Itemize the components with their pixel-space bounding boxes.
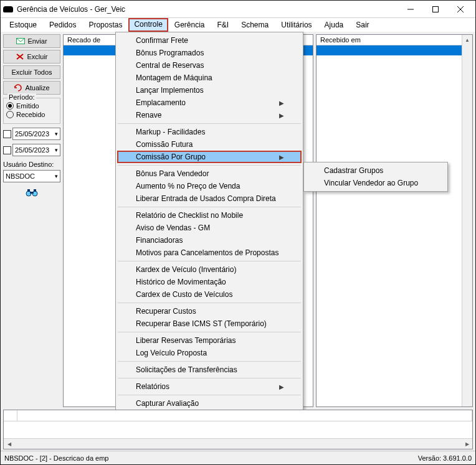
chevron-down-icon: ▾: [55, 147, 58, 153]
search-button[interactable]: [25, 188, 39, 199]
menu-item-label: Bônus Para Vendedor: [136, 169, 209, 178]
close-button[interactable]: [448, 1, 473, 17]
left-panel: Enviar Excluir Excluir Todos Atualize Pe…: [1, 32, 63, 410]
menu-item[interactable]: Lançar Implementos: [117, 84, 302, 96]
excluir-todos-button[interactable]: Excluir Todos: [3, 65, 60, 79]
menu-separator: [118, 261, 301, 261]
menu-gerncia[interactable]: Gerência: [168, 18, 211, 32]
menu-item[interactable]: Cardex de Custo de Veículos: [117, 288, 302, 301]
date2-input[interactable]: 25/05/2023 ▾: [12, 144, 60, 156]
date1-checkbox[interactable]: [3, 130, 11, 138]
menu-item[interactable]: Log Veículo Proposta: [117, 347, 302, 359]
menu-item[interactable]: Capturar Avaliação: [117, 397, 302, 410]
menu-item[interactable]: Renave▶: [117, 109, 302, 121]
scroll-up-icon[interactable]: ▲: [462, 35, 472, 45]
menu-estoque[interactable]: Estoque: [3, 18, 43, 32]
menu-item[interactable]: Liberar Reservas Temporárias: [117, 334, 302, 347]
menu-item[interactable]: Bônus Programados: [117, 47, 302, 59]
radio-recebido-label: Recebido: [16, 111, 45, 118]
menu-separator: [118, 332, 301, 332]
menu-item-label: Liberar Reservas Temporárias: [136, 336, 236, 345]
bottom-grid[interactable]: ◀ ▶: [3, 410, 473, 449]
menu-item-label: Kardex de Veículo (Inventário): [136, 265, 236, 274]
menu-item-label: Cardex de Custo de Veículos: [136, 290, 232, 299]
menu-utilitrios[interactable]: Utilitários: [275, 18, 318, 32]
menu-propostas[interactable]: Propostas: [82, 18, 128, 32]
status-left: NBSDOC - [2] - Descricao da emp: [4, 454, 109, 462]
menu-item[interactable]: Bônus Para Vendedor: [117, 167, 302, 180]
menu-item[interactable]: Financiadoras: [117, 234, 302, 247]
menu-item-label: Central de Reservas: [136, 61, 204, 70]
menu-item[interactable]: Emplacamento▶: [117, 96, 302, 109]
menu-item-label: Lançar Implementos: [136, 86, 204, 95]
menu-sair[interactable]: Sair: [350, 18, 375, 32]
menu-separator: [118, 378, 301, 378]
atualize-button[interactable]: Atualize: [3, 81, 60, 95]
menu-item-label: Relatórios: [136, 382, 169, 391]
scroll-left-icon[interactable]: ◀: [4, 441, 14, 447]
menu-item[interactable]: Histórico de Movimentação: [117, 276, 302, 288]
menu-item[interactable]: Relatório de Checklist no Mobile: [117, 209, 302, 222]
menu-item[interactable]: Solicitações de Transferências: [117, 364, 302, 376]
maximize-button[interactable]: [423, 1, 448, 17]
menu-item-label: Liberar Entrada de Usados Compra Direta: [136, 194, 276, 203]
date1-input[interactable]: 25/05/2023 ▾: [12, 128, 60, 140]
scrollbar[interactable]: ▲: [462, 35, 472, 406]
status-right: Versão: 3.691.0.0: [418, 454, 472, 462]
menu-item[interactable]: Kardex de Veículo (Inventário): [117, 263, 302, 276]
menu-item[interactable]: Comissão Por Grupo▶: [117, 151, 302, 163]
menu-item[interactable]: Central de Reservas: [117, 59, 302, 72]
enviar-button[interactable]: Enviar: [3, 34, 60, 48]
usuario-destino-label: Usuário Destino:: [3, 161, 60, 168]
menu-item-label: Log Veículo Proposta: [136, 349, 207, 357]
grid-corner: [4, 410, 17, 421]
menu-fi[interactable]: F&I: [211, 18, 236, 32]
menu-item-label: Relatório de Checklist no Mobile: [136, 211, 243, 220]
excluir-button[interactable]: Excluir: [3, 50, 60, 63]
menu-item[interactable]: Cadastrar Grupos: [305, 164, 446, 177]
menu-item-label: Comissão Por Grupo: [136, 153, 206, 161]
excluir-label: Excluir: [27, 53, 47, 60]
menu-item-label: Confirmar Frete: [136, 36, 188, 45]
usuario-destino-value: NBSDOC: [6, 172, 35, 180]
selected-row[interactable]: [317, 45, 472, 55]
menu-item-label: Histórico de Movimentação: [136, 278, 226, 286]
controle-menu: Confirmar FreteBônus ProgramadosCentral …: [115, 32, 303, 410]
menu-controle[interactable]: Controle: [128, 18, 168, 32]
menu-pedidos[interactable]: Pedidos: [43, 18, 82, 32]
menu-separator: [118, 303, 301, 303]
grid-header: [17, 410, 472, 421]
radio-recebido[interactable]: Recebido: [6, 111, 57, 118]
usuario-destino-combo[interactable]: NBSDOC ▾: [3, 170, 60, 182]
date2-value: 25/05/2023: [15, 146, 49, 154]
menu-item[interactable]: Confirmar Frete: [117, 34, 302, 47]
menubar: EstoquePedidosPropostasControleGerênciaF…: [1, 18, 475, 32]
menu-item[interactable]: Montagem de Máquina: [117, 72, 302, 84]
comissao-por-grupo-submenu: Cadastrar GruposVincular Vendedor ao Gru…: [303, 162, 448, 192]
menu-item[interactable]: Recuperar Base ICMS ST (Temporário): [117, 317, 302, 330]
menu-item[interactable]: Aumento % no Preço de Venda: [117, 180, 302, 192]
scroll-right-icon[interactable]: ▶: [462, 441, 472, 447]
recebido-list[interactable]: Recebido em ▲: [316, 34, 473, 407]
menu-schema[interactable]: Schema: [235, 18, 275, 32]
menu-item-label: Financiadoras: [136, 236, 183, 245]
menu-item[interactable]: Relatórios▶: [117, 380, 302, 393]
menu-item[interactable]: Motivos para Cancelamentos de Propostas: [117, 247, 302, 259]
recebido-header: Recebido em: [317, 35, 472, 45]
menu-item[interactable]: Liberar Entrada de Usados Compra Direta: [117, 192, 302, 205]
chevron-right-icon: ▶: [279, 383, 284, 390]
menu-item[interactable]: Vincular Vendedor ao Grupo: [305, 177, 446, 189]
excluir-todos-label: Excluir Todos: [11, 68, 52, 76]
menu-ajuda[interactable]: Ajuda: [318, 18, 350, 32]
scrollbar-h[interactable]: ◀ ▶: [4, 438, 472, 449]
menu-item[interactable]: Aviso de Vendas - GM: [117, 222, 302, 234]
radio-emitido[interactable]: Emitido: [6, 102, 57, 110]
menu-item-label: Motivos para Cancelamentos de Propostas: [136, 248, 278, 257]
minimize-button[interactable]: [398, 1, 423, 17]
menu-separator: [118, 207, 301, 207]
date2-checkbox[interactable]: [3, 146, 11, 154]
menu-item[interactable]: Markup - Facilidades: [117, 126, 302, 138]
menu-item[interactable]: Comissão Futura: [117, 138, 302, 151]
menu-separator: [118, 395, 301, 395]
menu-item[interactable]: Recuperar Custos: [117, 305, 302, 317]
